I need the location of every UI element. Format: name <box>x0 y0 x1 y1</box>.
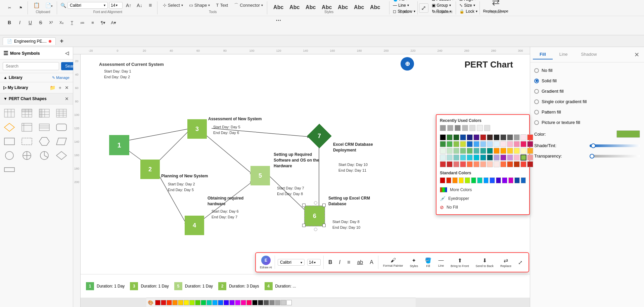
cg-r5-2[interactable] <box>447 161 453 167</box>
solid-fill-radio[interactable] <box>534 79 539 83</box>
color-swatch-orange1[interactable] <box>167 300 172 305</box>
cp-std-11[interactable] <box>502 177 507 183</box>
cp-recent-7[interactable] <box>484 125 490 131</box>
color-swatch-violet[interactable] <box>229 300 235 305</box>
cp-std-2[interactable] <box>446 177 452 183</box>
cg-brown[interactable] <box>487 134 493 140</box>
cp-std-14[interactable] <box>521 177 526 183</box>
ft-bold-btn[interactable]: B <box>326 258 334 267</box>
cp-std-12[interactable] <box>508 177 514 183</box>
cg-r2-4[interactable] <box>460 141 466 147</box>
cg-r4-3[interactable] <box>453 155 459 161</box>
color-swatch-white[interactable] <box>286 300 292 305</box>
cp-recent-5[interactable] <box>469 125 475 131</box>
toolbar-star-btn[interactable]: ⚑ <box>16 3 26 13</box>
cg-r2-7[interactable] <box>480 141 486 147</box>
cg-r5-4[interactable] <box>460 161 466 167</box>
ft-send-back-btn[interactable]: ⬇ Send to Back <box>473 256 496 269</box>
font-selector[interactable]: Calibri ▾ <box>67 2 108 9</box>
color-swatch-picker[interactable] <box>616 130 640 138</box>
cp-recent-6[interactable] <box>477 125 483 131</box>
picture-texture-radio[interactable] <box>534 120 539 125</box>
cg-r5-1[interactable] <box>440 161 446 167</box>
cp-std-8[interactable] <box>484 177 489 183</box>
sidebar-collapse-btn[interactable]: ◁ <box>64 50 70 56</box>
cg-r3-13[interactable] <box>520 148 526 154</box>
color-swatch-gray2[interactable] <box>269 300 275 305</box>
cg-r4-5[interactable] <box>467 155 473 161</box>
connector-btn[interactable]: ⌒ Connector ▾ <box>232 1 265 10</box>
pattern-fill-radio[interactable] <box>534 110 539 115</box>
abc-style-7[interactable]: Abc <box>367 1 383 13</box>
single-color-gradient-radio[interactable] <box>534 99 539 104</box>
fmt-list1-btn[interactable]: ≔ <box>78 18 87 27</box>
cg-r3-12[interactable] <box>514 148 520 154</box>
cg-r4-10[interactable] <box>500 155 506 161</box>
cg-r5-13[interactable] <box>520 161 526 167</box>
fmt-para-btn[interactable]: ¶▾ <box>98 18 108 27</box>
abc-style-3[interactable]: Abc <box>303 1 318 13</box>
cg-r4-2[interactable] <box>447 155 453 161</box>
cg-r3-3[interactable] <box>453 148 459 154</box>
cg-r3-10[interactable] <box>500 148 506 154</box>
shape-item-table2[interactable] <box>20 107 34 119</box>
color-swatch-pink[interactable] <box>241 300 246 305</box>
cp-std-13[interactable] <box>514 177 520 183</box>
cg-r4-7[interactable] <box>480 155 486 161</box>
cg-navy[interactable] <box>467 134 473 140</box>
fmt-subscript-btn[interactable]: X₂ <box>57 18 66 27</box>
no-fill-radio[interactable] <box>534 68 539 73</box>
cg-r2-12[interactable] <box>514 141 520 147</box>
cg-r3-2[interactable] <box>447 148 453 154</box>
fmt-strikethrough-btn[interactable]: S <box>36 18 45 27</box>
color-swatch-blue2[interactable] <box>218 300 223 305</box>
ft-align-btn[interactable]: ≡ <box>345 258 352 267</box>
color-swatch-lime[interactable] <box>189 300 195 305</box>
cg-r4-8[interactable] <box>487 155 493 161</box>
ft-replace-btn[interactable]: ⇄ Replace <box>498 256 513 269</box>
color-swatch-gray3[interactable] <box>275 300 280 305</box>
cg-red2[interactable] <box>527 134 533 140</box>
fmt-list2-btn[interactable]: ≡ <box>88 18 97 27</box>
fmt-underline-btn[interactable]: U <box>26 18 35 27</box>
cp-std-3[interactable] <box>452 177 458 183</box>
abc-style-2[interactable]: Abc <box>287 1 302 13</box>
solid-fill-option[interactable]: Solid fill <box>534 77 640 85</box>
cg-r4-1[interactable] <box>440 155 446 161</box>
color-swatch-green1[interactable] <box>195 300 200 305</box>
abc-style-6[interactable]: Abc <box>351 1 367 13</box>
shape-item-table1[interactable] <box>3 107 16 119</box>
fmt-color-btn[interactable]: A▾ <box>109 18 118 27</box>
ft-font-selector[interactable]: Calibri ▾ <box>278 259 305 266</box>
shape-item-list2[interactable] <box>38 121 51 133</box>
cp-std-1[interactable] <box>440 177 445 183</box>
cg-r2-9[interactable] <box>494 141 500 147</box>
shape-item-table4[interactable] <box>55 107 68 119</box>
color-swatch-orange2[interactable] <box>172 300 178 305</box>
cp-std-9[interactable] <box>490 177 495 183</box>
cg-gray1[interactable] <box>494 134 500 140</box>
cg-r3-8[interactable] <box>487 148 493 154</box>
cg-blue1[interactable] <box>460 134 466 140</box>
cg-r2-2[interactable] <box>447 141 453 147</box>
tab-fill[interactable]: Fill <box>533 50 553 59</box>
cg-r5-12[interactable] <box>514 161 520 167</box>
tab-shadow[interactable]: Shadow <box>574 50 603 59</box>
color-swatch-black[interactable] <box>252 300 258 305</box>
color-swatch-green2[interactable] <box>201 300 206 305</box>
ft-underline-btn[interactable]: ab <box>355 258 365 267</box>
color-swatch-teal[interactable] <box>206 300 212 305</box>
color-swatch-indigo[interactable] <box>224 300 229 305</box>
cg-dark1[interactable] <box>447 134 453 140</box>
right-panel-close-btn[interactable]: ✕ <box>632 50 641 59</box>
node-3[interactable]: 3 <box>187 119 207 139</box>
ft-textcolor-btn[interactable]: A <box>368 258 375 267</box>
fmt-bold-btn[interactable]: B <box>5 18 14 27</box>
manage-btn[interactable]: ✎ Manage <box>52 76 70 80</box>
cg-r3-14[interactable] <box>527 148 533 154</box>
gradient-fill-option[interactable]: Gradient fill <box>534 87 640 95</box>
cg-teal1[interactable] <box>453 134 459 140</box>
cp-std-4[interactable] <box>459 177 464 183</box>
pattern-fill-option[interactable]: Pattern fill <box>534 108 640 116</box>
shape-item-circle-cross[interactable] <box>20 149 34 162</box>
